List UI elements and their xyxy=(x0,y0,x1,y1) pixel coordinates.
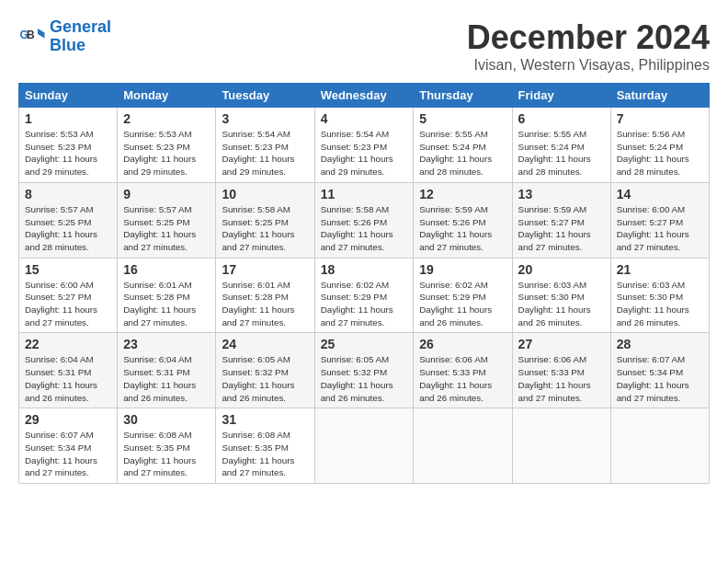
calendar-cell: 29 Sunrise: 6:07 AMSunset: 5:34 PMDaylig… xyxy=(19,408,118,484)
day-info: Sunrise: 6:03 AMSunset: 5:30 PMDaylight:… xyxy=(617,280,689,327)
week-row: 22 Sunrise: 6:04 AMSunset: 5:31 PMDaylig… xyxy=(19,333,710,408)
day-number: 13 xyxy=(518,187,605,201)
day-number: 24 xyxy=(222,337,308,351)
calendar-cell xyxy=(610,408,709,484)
day-number: 7 xyxy=(617,111,703,126)
day-number: 12 xyxy=(419,187,506,201)
weekday-header: Friday xyxy=(512,84,610,108)
week-row: 15 Sunrise: 6:00 AMSunset: 5:27 PMDaylig… xyxy=(19,258,710,333)
calendar-cell: 13 Sunrise: 5:59 AMSunset: 5:27 PMDaylig… xyxy=(512,182,610,258)
day-number: 26 xyxy=(419,337,506,351)
calendar-cell: 11 Sunrise: 5:58 AMSunset: 5:26 PMDaylig… xyxy=(314,182,414,258)
page-header: G B General Blue December 2024 Ivisan, W… xyxy=(18,18,710,74)
day-info: Sunrise: 6:05 AMSunset: 5:32 PMDaylight:… xyxy=(222,354,294,402)
calendar-cell: 16 Sunrise: 6:01 AMSunset: 5:28 PMDaylig… xyxy=(118,258,216,333)
calendar-cell: 4 Sunrise: 5:54 AMSunset: 5:23 PMDayligh… xyxy=(314,108,414,183)
day-number: 11 xyxy=(321,187,408,201)
day-number: 9 xyxy=(123,187,210,201)
calendar-cell: 25 Sunrise: 6:05 AMSunset: 5:32 PMDaylig… xyxy=(314,333,414,408)
day-info: Sunrise: 5:55 AMSunset: 5:24 PMDaylight:… xyxy=(419,129,492,177)
weekday-header: Monday xyxy=(118,84,216,108)
calendar-cell: 27 Sunrise: 6:06 AMSunset: 5:33 PMDaylig… xyxy=(512,333,610,408)
day-info: Sunrise: 6:02 AMSunset: 5:29 PMDaylight:… xyxy=(419,280,492,327)
day-number: 29 xyxy=(25,412,111,427)
day-info: Sunrise: 6:01 AMSunset: 5:28 PMDaylight:… xyxy=(123,280,196,327)
day-info: Sunrise: 5:59 AMSunset: 5:27 PMDaylight:… xyxy=(518,204,591,252)
day-number: 21 xyxy=(617,262,703,277)
day-info: Sunrise: 5:56 AMSunset: 5:24 PMDaylight:… xyxy=(617,129,689,177)
svg-text:B: B xyxy=(27,28,35,40)
calendar-cell: 31 Sunrise: 6:08 AMSunset: 5:35 PMDaylig… xyxy=(216,408,314,484)
day-number: 18 xyxy=(321,262,408,277)
day-info: Sunrise: 5:54 AMSunset: 5:23 PMDaylight:… xyxy=(222,129,294,177)
day-info: Sunrise: 6:04 AMSunset: 5:31 PMDaylight:… xyxy=(123,354,196,402)
weekday-header: Saturday xyxy=(610,84,709,108)
weekday-header-row: SundayMondayTuesdayWednesdayThursdayFrid… xyxy=(19,84,710,108)
day-info: Sunrise: 5:57 AMSunset: 5:25 PMDaylight:… xyxy=(25,204,97,252)
calendar-cell: 12 Sunrise: 5:59 AMSunset: 5:26 PMDaylig… xyxy=(414,182,512,258)
day-number: 14 xyxy=(617,187,703,201)
calendar-cell: 10 Sunrise: 5:58 AMSunset: 5:25 PMDaylig… xyxy=(216,182,314,258)
calendar-cell: 1 Sunrise: 5:53 AMSunset: 5:23 PMDayligh… xyxy=(19,108,118,183)
calendar-cell: 17 Sunrise: 6:01 AMSunset: 5:28 PMDaylig… xyxy=(216,258,314,333)
weekday-header: Tuesday xyxy=(216,84,314,108)
calendar-cell: 21 Sunrise: 6:03 AMSunset: 5:30 PMDaylig… xyxy=(610,258,709,333)
calendar-cell: 6 Sunrise: 5:55 AMSunset: 5:24 PMDayligh… xyxy=(512,108,610,183)
day-number: 19 xyxy=(419,262,506,277)
calendar-cell: 15 Sunrise: 6:00 AMSunset: 5:27 PMDaylig… xyxy=(19,258,118,333)
day-info: Sunrise: 6:06 AMSunset: 5:33 PMDaylight:… xyxy=(518,354,591,402)
day-info: Sunrise: 6:00 AMSunset: 5:27 PMDaylight:… xyxy=(617,204,689,252)
logo-icon: G B xyxy=(18,23,46,51)
weekday-header: Sunday xyxy=(19,84,118,108)
day-number: 28 xyxy=(617,337,703,351)
day-info: Sunrise: 5:57 AMSunset: 5:25 PMDaylight:… xyxy=(123,204,196,252)
day-info: Sunrise: 6:04 AMSunset: 5:31 PMDaylight:… xyxy=(25,354,97,402)
day-number: 5 xyxy=(419,111,506,126)
day-info: Sunrise: 6:05 AMSunset: 5:32 PMDaylight:… xyxy=(321,354,393,402)
day-number: 27 xyxy=(518,337,605,351)
calendar-cell: 2 Sunrise: 5:53 AMSunset: 5:23 PMDayligh… xyxy=(118,108,216,183)
day-number: 23 xyxy=(123,337,210,351)
calendar-cell: 19 Sunrise: 6:02 AMSunset: 5:29 PMDaylig… xyxy=(414,258,512,333)
calendar-cell: 5 Sunrise: 5:55 AMSunset: 5:24 PMDayligh… xyxy=(414,108,512,183)
day-info: Sunrise: 5:53 AMSunset: 5:23 PMDaylight:… xyxy=(25,129,97,177)
calendar-cell xyxy=(314,408,414,484)
calendar-cell: 8 Sunrise: 5:57 AMSunset: 5:25 PMDayligh… xyxy=(19,182,118,258)
day-number: 2 xyxy=(123,111,210,126)
week-row: 1 Sunrise: 5:53 AMSunset: 5:23 PMDayligh… xyxy=(19,108,710,183)
day-number: 31 xyxy=(222,412,308,427)
location: Ivisan, Western Visayas, Philippines xyxy=(467,57,710,74)
day-number: 3 xyxy=(222,111,308,126)
day-number: 1 xyxy=(25,111,111,126)
logo-line1: General xyxy=(50,17,111,36)
day-number: 6 xyxy=(518,111,605,126)
day-info: Sunrise: 6:03 AMSunset: 5:30 PMDaylight:… xyxy=(518,280,591,327)
week-row: 29 Sunrise: 6:07 AMSunset: 5:34 PMDaylig… xyxy=(19,408,710,484)
day-info: Sunrise: 6:01 AMSunset: 5:28 PMDaylight:… xyxy=(222,280,294,327)
day-number: 15 xyxy=(25,262,111,277)
day-info: Sunrise: 6:00 AMSunset: 5:27 PMDaylight:… xyxy=(25,280,97,327)
day-number: 8 xyxy=(25,187,111,201)
day-info: Sunrise: 5:53 AMSunset: 5:23 PMDaylight:… xyxy=(123,129,196,177)
title-block: December 2024 Ivisan, Western Visayas, P… xyxy=(467,18,710,74)
day-number: 25 xyxy=(321,337,408,351)
day-info: Sunrise: 6:06 AMSunset: 5:33 PMDaylight:… xyxy=(419,354,492,402)
day-info: Sunrise: 5:58 AMSunset: 5:26 PMDaylight:… xyxy=(321,204,393,252)
day-info: Sunrise: 6:08 AMSunset: 5:35 PMDaylight:… xyxy=(123,430,196,477)
calendar-cell: 3 Sunrise: 5:54 AMSunset: 5:23 PMDayligh… xyxy=(216,108,314,183)
day-number: 16 xyxy=(123,262,210,277)
calendar-cell: 9 Sunrise: 5:57 AMSunset: 5:25 PMDayligh… xyxy=(118,182,216,258)
calendar-cell: 28 Sunrise: 6:07 AMSunset: 5:34 PMDaylig… xyxy=(610,333,709,408)
day-info: Sunrise: 6:07 AMSunset: 5:34 PMDaylight:… xyxy=(617,354,689,402)
logo: G B General Blue xyxy=(18,18,111,55)
month-title: December 2024 xyxy=(467,18,710,57)
day-info: Sunrise: 6:07 AMSunset: 5:34 PMDaylight:… xyxy=(25,430,97,477)
logo-line2: Blue xyxy=(50,36,85,54)
calendar-cell xyxy=(414,408,512,484)
calendar-cell: 7 Sunrise: 5:56 AMSunset: 5:24 PMDayligh… xyxy=(610,108,709,183)
day-info: Sunrise: 5:55 AMSunset: 5:24 PMDaylight:… xyxy=(518,129,591,177)
day-number: 20 xyxy=(518,262,605,277)
calendar-cell: 26 Sunrise: 6:06 AMSunset: 5:33 PMDaylig… xyxy=(414,333,512,408)
logo-text: General Blue xyxy=(50,18,111,55)
weekday-header: Thursday xyxy=(414,84,512,108)
